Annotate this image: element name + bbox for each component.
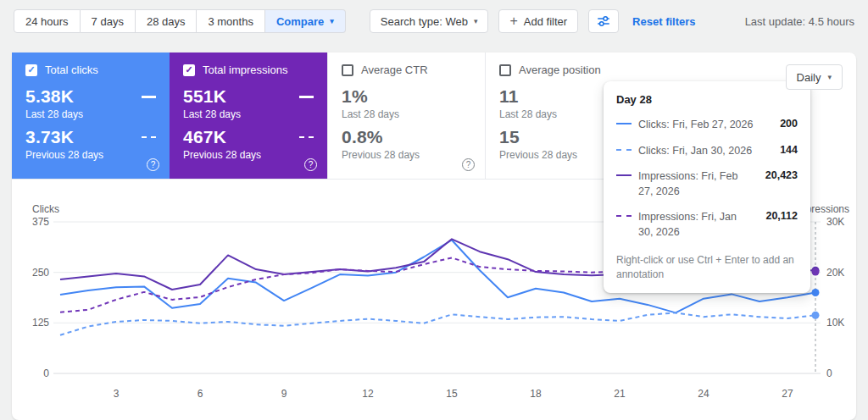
tooltip-row: Clicks: Fri, Feb 27, 2026 200	[616, 118, 798, 133]
tooltip-row-value: 200	[780, 118, 798, 130]
tooltip-row: Clicks: Fri, Jan 30, 2026 144	[616, 144, 798, 159]
tooltip-row: Impressions: Fri, Jan 30, 2026 20,112	[616, 210, 798, 240]
cursor-dot	[812, 268, 820, 275]
card-secondary-label: Previous 28 days	[183, 149, 314, 161]
dashed-line-indicator	[299, 136, 314, 138]
tooltip-row: Impressions: Fri, Feb 27, 2026 20,423	[616, 169, 798, 199]
card-primary-label: Last 28 days	[183, 108, 314, 120]
check-icon: ✓	[27, 65, 35, 75]
card-title: Total clicks	[45, 64, 98, 76]
x-axis-tick: 6	[198, 388, 203, 400]
series-swatch-clicks-solid	[616, 123, 632, 124]
card-primary-value: 551K	[183, 86, 226, 107]
tooltip-row-label: Impressions: Fri, Jan 30, 2026	[638, 210, 754, 240]
compare-label: Compare	[276, 15, 324, 28]
right-axis-tick: 30K	[826, 216, 844, 228]
card-header: ✓ Total impressions	[183, 64, 314, 76]
search-type-label: Search type: Web	[381, 15, 468, 28]
chevron-down-icon: ▾	[474, 18, 478, 25]
left-axis-tick: 125	[32, 317, 49, 329]
help-icon[interactable]: ?	[304, 158, 317, 171]
right-axis-tick: 20K	[826, 267, 844, 279]
range-28-days[interactable]: 28 days	[136, 9, 198, 33]
tooltip-row-label: Clicks: Fri, Feb 27, 2026	[638, 118, 768, 133]
x-axis-tick: 18	[530, 388, 542, 400]
series-swatch-impressions-dashed	[616, 215, 632, 217]
tooltip-title: Day 28	[616, 93, 798, 106]
series-swatch-clicks-dashed	[616, 149, 632, 151]
last-update-text: Last update: 4.5 hours	[745, 15, 854, 28]
date-range-group: 24 hours 7 days 28 days 3 months Compare…	[14, 9, 346, 33]
granularity-label: Daily	[797, 71, 821, 84]
x-axis-tick: 27	[782, 388, 793, 400]
card-primary-label: Last 28 days	[342, 108, 471, 120]
check-icon: ✓	[185, 65, 192, 75]
card-header: ✓ Average position	[499, 64, 629, 76]
cursor-dot	[812, 289, 820, 296]
range-compare[interactable]: Compare ▾	[265, 9, 346, 33]
x-axis-tick: 24	[698, 388, 709, 400]
tune-icon	[596, 14, 611, 29]
card-title: Total impressions	[203, 64, 287, 76]
tooltip-row-label: Clicks: Fri, Jan 30, 2026	[638, 144, 768, 159]
x-axis-tick: 3	[114, 388, 120, 400]
chevron-down-icon: ▾	[330, 18, 334, 25]
left-axis-tick: 375	[32, 216, 49, 228]
card-title: Average position	[519, 64, 601, 76]
tooltip-row-value: 20,112	[765, 210, 798, 222]
x-axis-tick: 15	[446, 388, 458, 400]
card-total-impressions[interactable]: ✓ Total impressions 551K Last 28 days 46…	[170, 52, 327, 180]
range-24-hours[interactable]: 24 hours	[14, 9, 81, 33]
range-3-months[interactable]: 3 months	[197, 9, 264, 33]
card-secondary-value: 467K	[183, 127, 226, 147]
left-axis-tick: 250	[32, 267, 49, 279]
right-axis-tick: 0	[826, 368, 832, 379]
performance-panel: ✓ Total clicks 5.38K Last 28 days 3.73K …	[12, 52, 856, 420]
annotation-hint: Right-click or use Ctrl + Enter to add a…	[616, 253, 798, 283]
tooltip-row-value: 20,423	[765, 169, 798, 181]
checkbox-total-impressions[interactable]: ✓	[183, 64, 195, 76]
range-7-days[interactable]: 7 days	[81, 9, 136, 33]
card-secondary-label: Previous 28 days	[342, 149, 471, 161]
filter-tune-button[interactable]	[588, 9, 619, 33]
card-primary-value: 1%	[342, 86, 368, 107]
help-icon[interactable]: ?	[147, 158, 159, 171]
reset-filters-link[interactable]: Reset filters	[632, 15, 695, 28]
card-average-ctr[interactable]: ✓ Average CTR 1% Last 28 days 0.8% Previ…	[327, 52, 485, 180]
add-filter-button[interactable]: + Add filter	[498, 9, 578, 33]
plus-icon: +	[509, 14, 517, 28]
card-secondary-value: 3.73K	[25, 127, 74, 147]
card-total-clicks[interactable]: ✓ Total clicks 5.38K Last 28 days 3.73K …	[12, 52, 170, 180]
card-secondary-label: Previous 28 days	[25, 149, 156, 161]
chart-tooltip: Day 28 Clicks: Fri, Feb 27, 2026 200 Cli…	[604, 81, 810, 293]
card-secondary-value: 15	[499, 127, 520, 147]
card-secondary-value: 0.8%	[342, 127, 383, 147]
tooltip-row-value: 144	[780, 144, 798, 156]
x-axis-tick: 21	[614, 388, 626, 400]
card-title: Average CTR	[361, 64, 428, 76]
checkbox-average-ctr[interactable]: ✓	[342, 64, 353, 76]
dashed-line-indicator	[142, 136, 156, 138]
granularity-dropdown[interactable]: Daily ▾	[786, 64, 843, 90]
series-swatch-impressions-solid	[616, 174, 632, 176]
checkbox-average-position[interactable]: ✓	[499, 64, 511, 76]
add-filter-label: Add filter	[524, 15, 567, 28]
card-primary-label: Last 28 days	[25, 108, 156, 120]
toolbar: 24 hours 7 days 28 days 3 months Compare…	[0, 0, 868, 42]
checkbox-total-clicks[interactable]: ✓	[25, 64, 37, 76]
x-axis-tick: 12	[362, 388, 374, 400]
right-axis-tick: 10K	[826, 317, 844, 329]
card-primary-value: 5.38K	[25, 86, 74, 107]
search-type-dropdown[interactable]: Search type: Web ▾	[370, 9, 489, 33]
solid-line-indicator	[299, 96, 314, 98]
card-header: ✓ Average CTR	[342, 64, 471, 76]
cursor-dot	[812, 312, 820, 319]
help-icon[interactable]: ?	[462, 158, 475, 171]
card-header: ✓ Total clicks	[25, 64, 156, 76]
solid-line-indicator	[142, 96, 156, 98]
chart-series-1	[60, 312, 815, 334]
left-axis-tick: 0	[43, 368, 49, 379]
card-primary-value: 11	[499, 86, 519, 107]
chevron-down-icon: ▾	[827, 74, 832, 81]
x-axis-tick: 9	[281, 388, 287, 400]
